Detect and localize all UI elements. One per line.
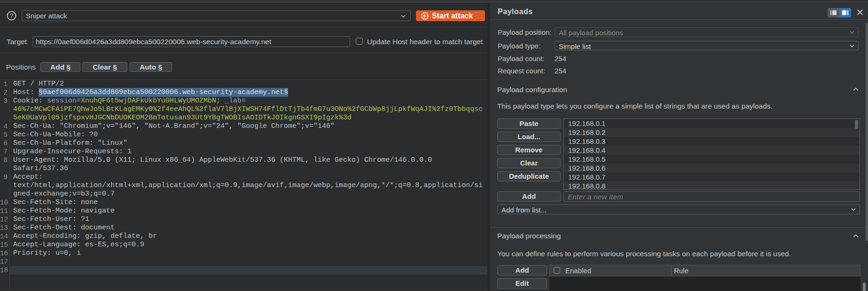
svg-text:?: ? xyxy=(10,12,14,19)
